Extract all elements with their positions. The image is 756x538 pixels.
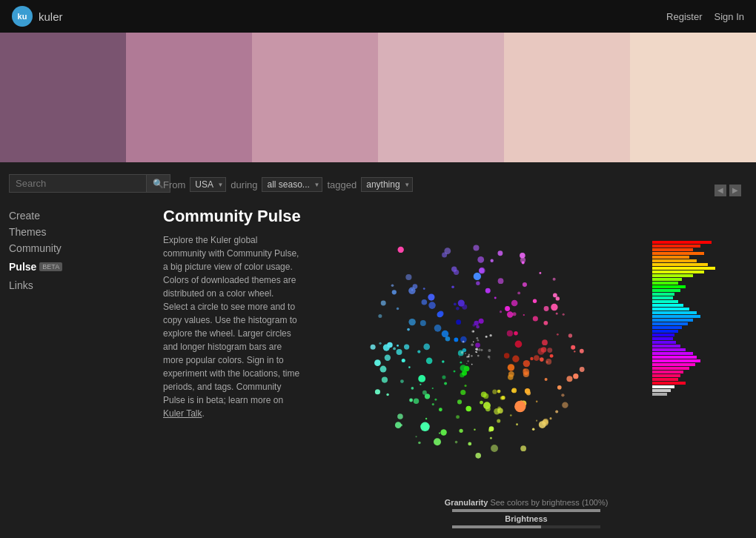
- histogram-bar[interactable]: [652, 356, 697, 359]
- histogram-bar-row: [652, 248, 741, 251]
- histogram-bar-row: [652, 330, 741, 333]
- content-title: Community Pulse: [163, 207, 741, 226]
- from-select-wrap: USA: [190, 177, 226, 192]
- histogram-bar[interactable]: [652, 311, 697, 314]
- histogram-bar[interactable]: [652, 319, 693, 322]
- register-link[interactable]: Register: [666, 11, 702, 22]
- palette-swatch: [378, 33, 504, 162]
- histogram-bar[interactable]: [652, 285, 686, 288]
- histogram-bar[interactable]: [652, 382, 686, 385]
- histogram-bar[interactable]: [652, 374, 680, 377]
- histogram-bar[interactable]: [652, 296, 673, 299]
- histogram-bar-row: [652, 345, 741, 348]
- histogram-bar[interactable]: [652, 304, 683, 307]
- granularity-slider-track[interactable]: [452, 509, 600, 512]
- histogram-bar[interactable]: [652, 352, 693, 355]
- histogram-bar[interactable]: [652, 274, 693, 277]
- histogram-bar-row: [652, 348, 741, 351]
- histogram-bar[interactable]: [652, 326, 682, 329]
- signin-link[interactable]: Sign In: [714, 11, 744, 22]
- histogram-bar-row: [652, 282, 741, 285]
- histogram-bar[interactable]: [652, 315, 700, 318]
- granularity-fill: [452, 509, 600, 512]
- histogram-bar[interactable]: [652, 241, 712, 244]
- histogram-bar-row: [652, 274, 741, 277]
- histogram-bar-row: [652, 315, 741, 318]
- histogram-bar-row: [652, 267, 741, 270]
- histogram-bar-row: [652, 378, 741, 381]
- brightness-slider-track[interactable]: [452, 525, 600, 528]
- histogram-bar[interactable]: [652, 270, 704, 273]
- histogram-bar[interactable]: [652, 363, 695, 366]
- histogram-bar[interactable]: [652, 289, 680, 292]
- logo-icon: ku: [12, 6, 33, 27]
- palette-swatch: [0, 33, 126, 162]
- histogram-bar[interactable]: [652, 333, 674, 336]
- histogram-bar[interactable]: [652, 341, 676, 344]
- palette-swatch: [252, 33, 378, 162]
- histogram-bar[interactable]: [652, 337, 673, 340]
- histogram-bar[interactable]: [652, 300, 678, 303]
- histogram-bar[interactable]: [652, 322, 688, 325]
- sidebar-item-pulse[interactable]: PulseBETA: [9, 256, 139, 277]
- histogram-bar-row: [652, 352, 741, 355]
- histogram-bar-row: [652, 285, 741, 288]
- histogram-bar[interactable]: [652, 259, 697, 262]
- sidebar-item-themes[interactable]: Themes: [9, 224, 139, 240]
- histogram-bar[interactable]: [652, 348, 686, 351]
- histogram-bar-row: [652, 278, 741, 281]
- content-body: Explore the Kuler global community with …: [163, 233, 741, 471]
- histogram-bar[interactable]: [652, 248, 693, 251]
- histogram-bar-row: [652, 289, 741, 292]
- description: Explore the Kuler global community with …: [163, 233, 300, 471]
- next-arrow[interactable]: ▶: [729, 185, 741, 196]
- histogram-bar-row: [652, 367, 741, 370]
- filter-bar: From USA during all seaso... tagged anyt…: [163, 177, 413, 192]
- histogram-bar[interactable]: [652, 282, 678, 285]
- histogram-bar[interactable]: [652, 378, 678, 381]
- search-input[interactable]: [9, 174, 146, 193]
- granularity-label: Granularity: [445, 498, 488, 507]
- color-wheel[interactable]: [358, 233, 595, 471]
- during-select[interactable]: all seaso...: [262, 177, 322, 192]
- histogram-bar[interactable]: [652, 278, 682, 281]
- histogram-bar[interactable]: [652, 263, 708, 266]
- brightness-label: Brightness: [505, 514, 547, 523]
- histogram-bar[interactable]: [652, 385, 674, 388]
- histogram-bar[interactable]: [652, 256, 689, 259]
- histogram-bar[interactable]: [652, 393, 667, 396]
- histogram-bar-row: [652, 308, 741, 310]
- granularity-desc: See colors by brightness (100%): [490, 498, 608, 507]
- histogram-bar-row: [652, 326, 741, 329]
- histogram-bar-row: [652, 371, 741, 373]
- histogram-bar-row: [652, 263, 741, 266]
- prev-arrow[interactable]: ◀: [714, 185, 726, 196]
- histogram-bar-row: [652, 363, 741, 366]
- histogram-bar[interactable]: [652, 371, 683, 373]
- histogram-bar[interactable]: [652, 252, 704, 255]
- kuler-talk-link[interactable]: Kuler Talk: [163, 408, 202, 419]
- histogram-bar[interactable]: [652, 330, 678, 333]
- histogram-bar[interactable]: [652, 359, 700, 362]
- bottom-controls: Granularity See colors by brightness (10…: [296, 498, 756, 531]
- histogram-bar[interactable]: [652, 245, 700, 248]
- sidebar-item-community[interactable]: Community: [9, 240, 139, 256]
- histogram-bar[interactable]: [652, 267, 715, 270]
- nav-links: CreateThemesCommunityPulseBETALinks: [9, 207, 139, 293]
- sidebar-item-links[interactable]: Links: [9, 277, 139, 293]
- histogram-bar-row: [652, 245, 741, 248]
- sidebar-item-create[interactable]: Create: [9, 207, 139, 224]
- histogram-bar[interactable]: [652, 345, 680, 348]
- histogram-bar[interactable]: [652, 367, 689, 370]
- palette-swatch: [630, 33, 756, 162]
- histogram-bar-row: [652, 356, 741, 359]
- from-select[interactable]: USA: [190, 177, 226, 192]
- histogram-bar-row: [652, 296, 741, 299]
- during-select-wrap: all seaso...: [262, 177, 322, 192]
- histogram-bar[interactable]: [652, 308, 689, 310]
- tagged-label: tagged: [327, 179, 357, 190]
- histogram-bar[interactable]: [652, 389, 671, 392]
- histogram-bar[interactable]: [652, 293, 674, 296]
- header-right: Register Sign In: [666, 11, 744, 22]
- tagged-select[interactable]: anything: [361, 177, 413, 192]
